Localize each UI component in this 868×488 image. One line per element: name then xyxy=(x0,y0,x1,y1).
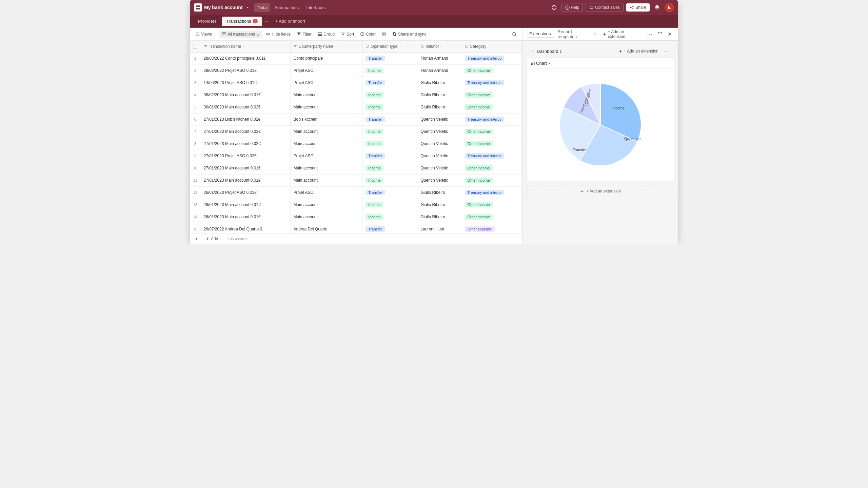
initiator-cell: Giulio Ribeiro xyxy=(418,199,462,211)
help-button[interactable]: ? Help xyxy=(561,3,583,12)
table-row[interactable]: 927/01/2023 Projet ASO 0.02€Projet ASOTr… xyxy=(190,150,522,162)
search-button[interactable] xyxy=(510,29,519,39)
table-footer: Add... 206 records xyxy=(190,233,522,244)
table-row[interactable]: 1526/07/2022 Andrea Del Quarto 0...Andre… xyxy=(190,223,522,233)
svg-rect-11 xyxy=(222,33,226,33)
table-row[interactable]: 314/06/2023 Projet ASO 0.01€Projet ASOTr… xyxy=(190,77,522,89)
svg-point-7 xyxy=(630,7,631,8)
history-icon[interactable] xyxy=(549,3,559,12)
close-panel-icon[interactable] xyxy=(665,30,674,39)
all-transactions-button[interactable]: All transactions i xyxy=(219,30,262,38)
nav-automations[interactable]: Automations xyxy=(271,3,302,12)
operation-type-badge: Income xyxy=(366,92,383,98)
table-row[interactable]: 408/02/2023 Main account 0.01€Main accou… xyxy=(190,89,522,101)
group-button[interactable]: Group xyxy=(315,30,337,38)
select-all-checkbox[interactable] xyxy=(193,44,197,49)
transaction-name-cell: 27/01/2023 Main account 0.01€ xyxy=(201,174,291,186)
svg-point-6 xyxy=(632,6,633,7)
category-badge: Treasury and interco xyxy=(465,190,504,195)
app-logo[interactable]: My bank account xyxy=(194,3,249,12)
nav-data[interactable]: Data xyxy=(254,3,270,12)
table-row[interactable]: 228/03/2022 Projet ASO 0.01€Projet ASOIn… xyxy=(190,64,522,77)
toolbar: Views All transactions i Hide fields Fil… xyxy=(190,28,522,41)
col-counterparty-header[interactable]: Counterparty name xyxy=(291,41,363,52)
counterparty-cell: Main account xyxy=(291,162,363,174)
table-row[interactable]: 627/01/2023 Bob's kitchen 0.02€Bob's kit… xyxy=(190,113,522,125)
svg-rect-31 xyxy=(533,62,533,65)
add-extension-bottom-button[interactable]: + Add an extension xyxy=(527,185,674,197)
user-avatar[interactable]: E xyxy=(665,3,674,12)
svg-text:?: ? xyxy=(567,6,568,9)
add-import-button[interactable]: + Add or import xyxy=(272,17,309,26)
transaction-name-cell: 08/02/2023 Main account 0.01€ xyxy=(201,89,291,101)
dashboard-more-icon[interactable]: ⋯ xyxy=(663,47,670,55)
nav-interfaces[interactable]: Interfaces xyxy=(303,3,329,12)
app-title-chevron[interactable] xyxy=(246,7,249,8)
col-category-header[interactable]: Category xyxy=(462,41,521,52)
col-transaction-name-header[interactable]: Transaction name xyxy=(201,41,291,52)
initiator-cell: Quentin Veletic xyxy=(418,174,462,186)
table-row[interactable]: 1426/01/2023 Main account 0.01€Main acco… xyxy=(190,211,522,223)
initiator-cell: Laurent Huot xyxy=(418,223,462,233)
row-number: 13 xyxy=(190,199,201,211)
category-cell: Treasury and interco xyxy=(462,52,521,64)
hide-fields-button[interactable]: Hide fields xyxy=(263,30,293,38)
svg-rect-12 xyxy=(222,34,226,34)
category-cell: Treasury and interco xyxy=(462,77,521,89)
sort-button[interactable]: Sort xyxy=(338,30,357,38)
record-templates-tab[interactable]: Record templates ✦ xyxy=(555,28,599,41)
tab-transactions[interactable]: Transactions 1 xyxy=(222,17,262,26)
expand-icon[interactable] xyxy=(655,30,664,39)
transaction-name-cell: 26/01/2023 Main account 0.01€ xyxy=(201,199,291,211)
col-initiator-header[interactable]: Initiator xyxy=(418,41,462,52)
color-button[interactable]: Color xyxy=(357,30,378,38)
svg-rect-19 xyxy=(318,35,322,36)
share-button[interactable]: Share xyxy=(626,3,650,12)
category-cell: Other income xyxy=(462,211,521,223)
chart-label-income: Income xyxy=(612,106,625,110)
notifications-icon[interactable] xyxy=(652,3,662,12)
right-panel: Extensions Record templates ✦ + Add an e… xyxy=(522,28,678,244)
chart-type-dropdown[interactable]: Chart xyxy=(531,61,551,66)
table-row[interactable]: 1226/01/2023 Projet ASO 0.01€Projet ASOT… xyxy=(190,186,522,199)
svg-point-28 xyxy=(421,45,424,48)
table-row[interactable]: 727/01/2023 Main account 0.03€Main accou… xyxy=(190,125,522,138)
toolbar-right xyxy=(510,29,519,39)
svg-point-27 xyxy=(366,45,369,48)
table-row[interactable]: 128/03/2022 Conto principale 0.01€Conto … xyxy=(190,52,522,64)
table-row[interactable]: 1127/01/2023 Main account 0.01€Main acco… xyxy=(190,174,522,186)
col-checkbox-header xyxy=(190,41,201,52)
transaction-name-cell: 28/03/2022 Conto principale 0.01€ xyxy=(201,52,291,64)
add-extension-header-button[interactable]: + Add an extension xyxy=(600,28,645,40)
category-badge: Treasury and interco xyxy=(465,117,504,122)
table-row[interactable]: 827/01/2023 Main account 0.02€Main accou… xyxy=(190,138,522,150)
table-row[interactable]: 1326/01/2023 Main account 0.01€Main acco… xyxy=(190,199,522,211)
counterparty-cell: Andrea Del Quarto xyxy=(291,223,363,233)
svg-rect-18 xyxy=(318,34,322,35)
share-sync-button[interactable]: Share and sync xyxy=(390,30,429,38)
table-view-icon[interactable] xyxy=(379,30,389,38)
dashboard-add-extension-button[interactable]: + Add an extension xyxy=(616,47,660,55)
table-row[interactable]: 1027/01/2023 Main account 0.01€Main acco… xyxy=(190,162,522,174)
tab-more-icon[interactable]: ⋯ xyxy=(263,17,270,25)
category-cell: Other income xyxy=(462,101,521,113)
extensions-more-icon[interactable]: ⋯ xyxy=(646,30,654,38)
extensions-tab[interactable]: Extensions xyxy=(527,30,554,38)
operation-type-badge: Income xyxy=(366,202,383,207)
category-badge: Other income xyxy=(465,214,493,220)
filter-button[interactable]: Filter xyxy=(294,30,314,38)
initiator-cell: Florian Armand xyxy=(418,64,462,77)
svg-point-25 xyxy=(513,32,516,35)
operation-type-badge: Income xyxy=(366,68,383,73)
counterparty-cell: Projet ASO xyxy=(291,186,363,199)
add-row-button[interactable] xyxy=(193,236,201,242)
col-operation-type-header[interactable]: Operation type xyxy=(363,41,418,52)
counterparty-cell: Main account xyxy=(291,211,363,223)
views-button[interactable]: Views xyxy=(193,30,215,38)
logo-icon xyxy=(194,3,202,12)
add-field-button[interactable]: Add... xyxy=(203,236,223,242)
tab-providers[interactable]: Providers xyxy=(194,17,221,26)
transaction-name-cell: 26/07/2022 Andrea Del Quarto 0... xyxy=(201,223,291,233)
table-row[interactable]: 530/01/2023 Main account 0.02€Main accou… xyxy=(190,101,522,113)
contact-sales-button[interactable]: Contact sales xyxy=(586,3,624,12)
